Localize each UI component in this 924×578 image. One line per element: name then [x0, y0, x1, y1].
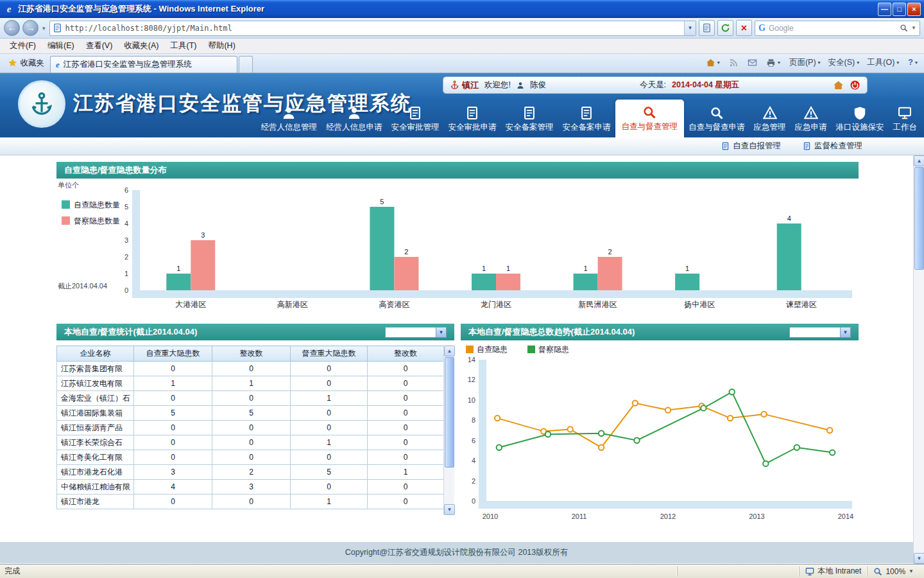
table-cell: 5	[212, 406, 291, 421]
tab-favicon-icon: e	[56, 60, 60, 70]
table-cell: 0	[368, 391, 444, 406]
search-box[interactable]: G Google ▼	[755, 21, 920, 36]
address-bar[interactable]: http://localhost:8080/yjpt/Main.html ▼	[49, 21, 696, 36]
stop-button[interactable]: ×	[736, 20, 752, 36]
trend-filter-dropdown[interactable]: ▼	[789, 327, 851, 338]
status-bar: 完成 本地 Intranet 100% ▼	[0, 564, 924, 578]
logout-button[interactable]	[850, 80, 860, 91]
help-button[interactable]: ?▾	[904, 55, 921, 70]
column-header: 自查重大隐患数	[134, 346, 212, 362]
table-row[interactable]: 镇江奇美化工有限0000	[57, 450, 444, 465]
compatibility-view-button[interactable]	[699, 20, 715, 36]
mail-icon	[748, 58, 757, 67]
table-row[interactable]: 江苏索普集团有限0000	[57, 362, 444, 376]
svg-text:单位个: 单位个	[58, 181, 79, 189]
table-cell: 0	[291, 421, 368, 435]
status-text: 完成	[4, 566, 677, 577]
page-scrollbar[interactable]: ▲ ▼	[913, 155, 924, 564]
svg-text:督察隐患: 督察隐患	[538, 345, 569, 354]
nav-item[interactable]: 经营人信息管理	[257, 103, 322, 137]
search-icon[interactable]	[900, 24, 908, 32]
monitor-icon	[898, 106, 912, 120]
nav-item[interactable]: 应急管理	[749, 103, 791, 137]
table-cell: 0	[368, 495, 444, 509]
table-row[interactable]: 镇江市港龙0010	[57, 495, 444, 509]
computer-icon	[805, 567, 814, 576]
site-logo	[18, 80, 65, 128]
search-icon	[710, 106, 724, 120]
toolbar-menu-button[interactable]: 工具(O)▾	[863, 55, 903, 70]
search-input[interactable]: Google	[769, 24, 896, 33]
menu-item[interactable]: 编辑(E)	[42, 39, 80, 53]
table-filter-dropdown[interactable]: ▼	[385, 327, 447, 338]
refresh-icon	[721, 23, 730, 33]
scrollbar-thumb[interactable]	[914, 167, 924, 270]
menu-item[interactable]: 文件(F)	[4, 39, 42, 53]
table-row[interactable]: 镇江李长荣综合石0010	[57, 435, 444, 450]
nav-item[interactable]: 安全备案申请	[558, 103, 615, 137]
history-dropdown-button[interactable]: ▾	[41, 25, 47, 31]
table-cell: 0	[134, 450, 212, 465]
table-row[interactable]: 江苏镇江发电有限1100	[57, 376, 444, 391]
zoom-control[interactable]: 100% ▼	[867, 566, 920, 577]
menu-item[interactable]: 收藏夹(A)	[118, 39, 164, 53]
read-mail-button[interactable]	[744, 55, 761, 70]
nav-label: 安全备案管理	[506, 122, 554, 133]
nav-item[interactable]: 应急申请	[791, 103, 832, 137]
table-row[interactable]: 中储粮镇江粮油有限4300	[57, 480, 444, 495]
scroll-up-button[interactable]: ▲	[444, 346, 455, 356]
toolbar-menu-button[interactable]: 安全(S)▾	[825, 55, 864, 70]
refresh-button[interactable]	[717, 20, 733, 36]
copyright-text: Copyright@江苏省交通规划设计院股份有限公司 2013版权所有	[345, 547, 568, 558]
minimize-button[interactable]: —	[878, 3, 891, 16]
search-dropdown-button[interactable]: ▼	[911, 25, 916, 31]
table-row[interactable]: 镇江港国际集装箱5500	[57, 406, 444, 421]
nav-item[interactable]: 安全审批管理	[387, 103, 444, 137]
table-row[interactable]: 金海宏业（镇江）石0010	[57, 391, 444, 406]
nav-item[interactable]: 自查与督查申请	[684, 103, 749, 137]
subnav-item[interactable]: 监督检查管理	[803, 141, 862, 152]
portal-home-button[interactable]	[833, 80, 844, 91]
back-button[interactable]: ←	[4, 20, 20, 36]
close-button[interactable]: ×	[907, 3, 921, 16]
feeds-button[interactable]	[725, 55, 742, 70]
nav-item[interactable]: 安全审批申请	[444, 103, 501, 137]
nav-item[interactable]: 工作台	[889, 103, 922, 137]
svg-text:4: 4	[472, 457, 475, 464]
scroll-down-button[interactable]: ▼	[914, 553, 924, 564]
favorites-button[interactable]: ★ 收藏夹	[3, 55, 50, 71]
forward-button[interactable]: →	[22, 20, 38, 36]
table-scrollbar[interactable]: ▲ ▼	[443, 346, 454, 515]
nav-label: 经营人信息管理	[261, 122, 318, 133]
svg-text:10: 10	[468, 396, 475, 404]
menu-item[interactable]: 帮助(H)	[202, 39, 241, 53]
home-button[interactable]: ▾	[702, 55, 724, 70]
scroll-up-button[interactable]: ▲	[914, 155, 924, 166]
column-header: 企业名称	[57, 346, 134, 362]
table-cell: 0	[368, 450, 444, 465]
scroll-down-button[interactable]: ▼	[444, 504, 455, 515]
address-dropdown-button[interactable]: ▼	[684, 21, 696, 35]
table-row[interactable]: 镇江市港龙石化港3251	[57, 465, 444, 480]
chevron-down-icon[interactable]: ▼	[436, 328, 446, 337]
tabs-bar: ★ 收藏夹 e 江苏省港口安全监管与应急管理系统 ▾ ▾ 页面(P)▾安全(S)…	[0, 54, 924, 73]
toolbar-menu-button[interactable]: 页面(P)▾	[785, 55, 825, 70]
new-tab-button[interactable]	[239, 56, 253, 73]
menu-item[interactable]: 工具(T)	[164, 39, 202, 53]
menu-item[interactable]: 查看(V)	[80, 39, 119, 53]
svg-text:谏壁港区: 谏壁港区	[786, 300, 817, 309]
chevron-down-icon[interactable]: ▼	[909, 568, 914, 574]
nav-item[interactable]: 自查与督查管理	[615, 100, 685, 137]
table-cell: 0	[368, 376, 444, 391]
subnav-item[interactable]: 自查自报管理	[721, 141, 781, 152]
browser-tab[interactable]: e 江苏省港口安全监管与应急管理系统	[50, 56, 237, 73]
nav-item[interactable]: 经营人信息申请	[321, 103, 387, 137]
svg-text:2010: 2010	[483, 512, 498, 520]
scrollbar-thumb[interactable]	[445, 357, 454, 468]
nav-item[interactable]: 港口设施保安	[832, 103, 889, 137]
nav-item[interactable]: 安全备案管理	[501, 103, 558, 137]
table-row[interactable]: 镇江恒泰沥青产品0000	[57, 421, 444, 435]
chevron-down-icon[interactable]: ▼	[840, 328, 850, 337]
maximize-button[interactable]: □	[893, 3, 906, 16]
print-button[interactable]: ▾	[762, 55, 784, 70]
